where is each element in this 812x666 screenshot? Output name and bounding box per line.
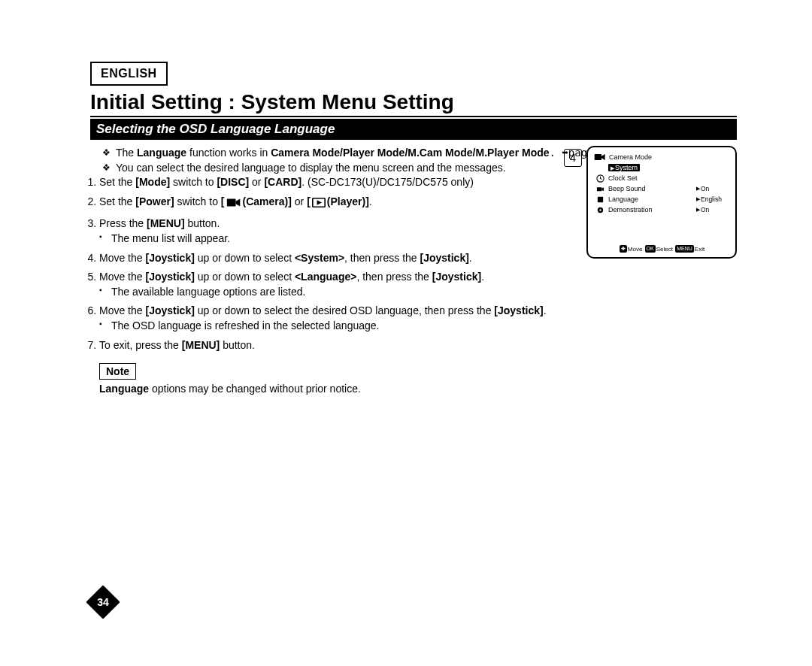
camera-small-icon bbox=[594, 185, 606, 193]
osd-item-row: Clock Set bbox=[594, 173, 729, 183]
substep-item: The menu list will appear. bbox=[99, 232, 541, 247]
move-chip-icon: ✚ bbox=[620, 245, 627, 253]
section-subtitle: Selecting the OSD Language Language bbox=[90, 119, 737, 140]
osd-system-row: ▶System bbox=[594, 162, 729, 173]
memory-icon bbox=[594, 195, 606, 204]
page-title: Initial Setting : System Menu Setting bbox=[90, 90, 737, 117]
substep-item: The available language options are liste… bbox=[99, 285, 737, 300]
language-badge: ENGLISH bbox=[90, 62, 168, 86]
menu-chip-icon: MENU bbox=[675, 245, 694, 253]
svg-point-7 bbox=[599, 209, 601, 210]
note-text: Language options may be changed without … bbox=[99, 383, 737, 395]
osd-item-row: Language ▶English bbox=[594, 194, 729, 204]
figure-number: 4 bbox=[564, 149, 582, 167]
camera-icon bbox=[226, 197, 241, 213]
camera-icon bbox=[594, 153, 606, 161]
page-number: 34 bbox=[86, 586, 120, 621]
clock-icon bbox=[594, 174, 606, 183]
gear-icon bbox=[594, 206, 606, 214]
osd-item-row: Beep Sound ▶On bbox=[594, 183, 729, 194]
osd-screen: Camera Mode ▶System Clock Set Beep Sound… bbox=[586, 146, 737, 259]
player-icon bbox=[312, 197, 326, 213]
ok-chip-icon: OK bbox=[645, 245, 656, 253]
svg-rect-2 bbox=[595, 154, 601, 160]
osd-mode-label: Camera Mode bbox=[609, 153, 652, 161]
step-item: Move the [Joystick] up or down to select… bbox=[99, 304, 737, 333]
osd-figure: 4 Camera Mode ▶System Clock Set Bee bbox=[564, 146, 737, 259]
svg-rect-5 bbox=[597, 196, 602, 201]
step-item: To exit, press the [MENU] button. bbox=[99, 338, 737, 353]
osd-footer: ✚Move OKSelect MENUExit bbox=[588, 245, 735, 253]
substep-item: The OSD language is refreshed in the sel… bbox=[99, 319, 737, 334]
note-block: Note Language options may be changed wit… bbox=[99, 363, 737, 395]
note-label: Note bbox=[99, 363, 136, 380]
osd-item-row: Demonstration ▶On bbox=[594, 204, 729, 215]
svg-rect-4 bbox=[596, 187, 601, 191]
svg-rect-0 bbox=[226, 198, 235, 206]
step-item: Move the [Joystick] up or down to select… bbox=[99, 270, 737, 299]
